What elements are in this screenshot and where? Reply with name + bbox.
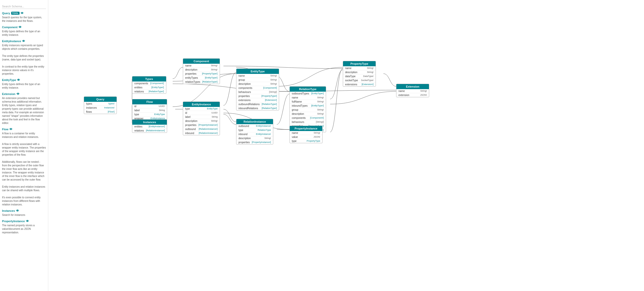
eye-icon-propertyinstance[interactable]: 👁 [26,219,29,223]
entity-header-relationtype: RelationType [290,87,326,92]
entity-box-relationtype[interactable]: RelationType outboundTypes [EntityType!]… [289,86,326,132]
entity-row-relationtype-components: components [Component!] [290,116,326,120]
sidebar-item-entitytype[interactable]: EntityType 👁 Entity types defines the ty… [2,78,46,90]
entity-row-types-components: components [Component!] [132,82,166,86]
entity-row-relationinstance-properties: properties [PropertyInstance!] [236,140,273,144]
entity-row-entityinstance-inbound: inbound [RelationInstance!] [183,131,220,135]
entity-row-component-description: description String! [183,68,220,72]
entity-header-relationinstance: RelationInstance [236,119,273,124]
entity-header-propertytype: PropertyType [343,61,376,66]
entity-box-entitytype[interactable]: EntityType name String! group String! de… [236,69,279,110]
sidebar-label-flow[interactable]: Flow 👁 [2,127,46,131]
entity-row-types-relations: relations [RelationType!] [132,90,166,93]
entity-row-types-entities: entities [EntityType!] [132,86,166,90]
entity-box-propertytype[interactable]: PropertyType name String! description St… [343,61,376,87]
sidebar: Query TOOL 👁 Search queries for the type… [0,0,48,291]
entity-row-component-name: name String! [183,64,220,68]
entity-row-propertytype-description: description String! [343,70,376,74]
entity-row-relationinstance-outbound: outbound EntityInstance! [236,124,273,128]
entity-row-component-properties: properties [PropertyType!] [183,72,220,76]
entity-row-flow-label: label String [132,108,167,112]
eye-icon-extension[interactable]: 👁 [17,92,20,96]
sidebar-item-component[interactable]: Component 👁 Entity types defines the typ… [2,25,46,37]
sidebar-label-propertyinstance[interactable]: PropertyInstance 👁 [2,219,46,223]
entity-row-instances-entities: entities [EntityInstance!] [132,125,167,129]
entity-row-propertyinstance-value: value JSON! [290,135,322,139]
entity-row-relationtype-group: group String! [290,108,326,112]
sidebar-item-extension[interactable]: Extension 👁 An extension provides named … [2,92,46,125]
entity-row-entitytype-inboundRelations: inboundRelations [RelationType!] [236,106,279,110]
entity-row-extension-name: name String! [396,89,429,93]
entity-row-relationinstance-description: description String! [236,136,273,140]
search-input[interactable] [2,4,46,9]
eye-icon-entityinstance[interactable]: 👁 [22,39,25,43]
entity-row-propertytype-extensions: extensions [Extension!] [343,83,376,86]
connector-svg [48,0,455,229]
entity-row-entitytype-group: group String! [236,78,279,82]
entity-row-entitytype-components: components [Component!] [236,86,279,90]
entity-row-entityinstance-outbound: outbound [RelationInstance!] [183,127,220,131]
eye-icon-flow[interactable]: 👁 [9,127,12,131]
entity-header-flow: Flow [132,99,167,104]
entity-row-relationtype-inboundTypes: inboundTypes [EntityType!] [290,104,326,108]
entity-box-types[interactable]: Types components [Component!] entities [… [132,76,166,94]
entity-row-entitytype-behaviours: behaviours [String!] [236,90,279,94]
sidebar-label-query[interactable]: Query TOOL 👁 [2,11,46,15]
entity-box-relationinstance[interactable]: RelationInstance outbound EntityInstance… [236,119,273,144]
sidebar-desc-extension: An extension provides named but schema-l… [2,96,46,125]
entity-row-entitytype-extensions: extensions [Extension!] [236,98,279,102]
entity-row-relationtype-description: description String! [290,112,326,116]
entity-row-instances-relations: relations [RelationInstance!] [132,129,167,133]
entity-row-entityinstance-type: type EntityType [183,107,220,111]
entity-row-extension-extension: extension JSON! [396,93,429,97]
sidebar-label-extension[interactable]: Extension 👁 [2,92,46,96]
sidebar-label-component[interactable]: Component 👁 [2,25,46,29]
eye-icon-instances[interactable]: 👁 [16,209,19,213]
eye-icon-entitytype[interactable]: 👁 [17,78,20,82]
sidebar-desc-component: Entity types defines the type of an enti… [2,30,46,37]
entity-row-entityinstance-description: description String! [183,119,220,123]
sidebar-desc-entityinstance: Entity instances represents an typed obj… [2,44,46,76]
entity-row-query-instances: instances Instances! [84,106,117,110]
entity-box-component[interactable]: Component name String! description Strin… [183,58,220,84]
sidebar-desc-query: Search queries for the type system, the … [2,16,46,23]
entity-row-entitytype-name: name String! [236,74,279,78]
sidebar-label-instances[interactable]: Instances 👁 [2,209,46,213]
entity-box-propertyinstance[interactable]: PropertyInstance name String! value JSON… [289,126,323,143]
entity-box-instances[interactable]: Instances entities [EntityInstance!] rel… [132,119,167,133]
sidebar-item-instances[interactable]: Instances 👁 Search for instances [2,209,46,217]
entity-header-entitytype: EntityType [236,69,279,74]
entity-row-propertytype-dataType: dataType DataType! [343,74,376,78]
sidebar-desc-entitytype: Entity types defines the type of an enti… [2,83,46,90]
badge-query: TOOL [11,12,20,15]
entity-row-component-entityTypes: entityTypes [EntityType!] [183,76,220,80]
sidebar-item-propertyinstance[interactable]: PropertyInstance 👁 The named property st… [2,219,46,234]
entity-row-flow-id: id UUID! [132,104,167,108]
sidebar-label-entityinstance[interactable]: EntityInstance 👁 [2,39,46,43]
entity-box-entityinstance[interactable]: EntityInstance type EntityType id UUID! … [183,102,220,135]
sidebar-label-entitytype[interactable]: EntityType 👁 [2,78,46,82]
entity-row-propertytype-name: name String! [343,66,376,70]
entity-row-entitytype-outboundRelations: outboundRelations [RelationType!] [236,102,279,106]
entity-box-extension[interactable]: Extension name String! extension JSON! [396,84,429,97]
entity-header-extension: Extension [396,84,429,89]
sidebar-desc-instances: Search for instances [2,213,46,217]
entity-header-propertyinstance: PropertyInstance [290,126,322,131]
entity-row-relationtype-name: name String! [290,96,326,100]
sidebar-item-entityinstance[interactable]: EntityInstance 👁 Entity instances repres… [2,39,46,76]
eye-icon-component[interactable]: 👁 [19,25,22,29]
entity-box-query[interactable]: Query types types! instances Instances! … [84,96,117,114]
entity-row-relationtype-fullName: fullName String! [290,100,326,104]
entity-row-entitytype-properties: properties [PropertyType!] [236,94,279,98]
entity-row-relationinstance-type: type RelationType [236,128,273,132]
entity-row-propertyinstance-name: name String! [290,131,322,135]
entity-header-instances: Instances [132,120,167,125]
sidebar-item-query[interactable]: Query TOOL 👁 Search queries for the type… [2,11,46,23]
entity-row-relationinstance-inbound: inbound EntityInstance! [236,132,273,136]
entity-row-entitytype-description: description String! [236,82,279,86]
sidebar-item-flow[interactable]: Flow 👁 A flow is a container for entity … [2,127,46,206]
entity-row-propertytype-socketType: socketType SocketType! [343,78,376,83]
entity-header-query: Query [84,97,117,102]
entity-row-relationtype-behaviours: behaviours [String!] [290,120,326,124]
eye-icon-query[interactable]: 👁 [21,11,24,15]
